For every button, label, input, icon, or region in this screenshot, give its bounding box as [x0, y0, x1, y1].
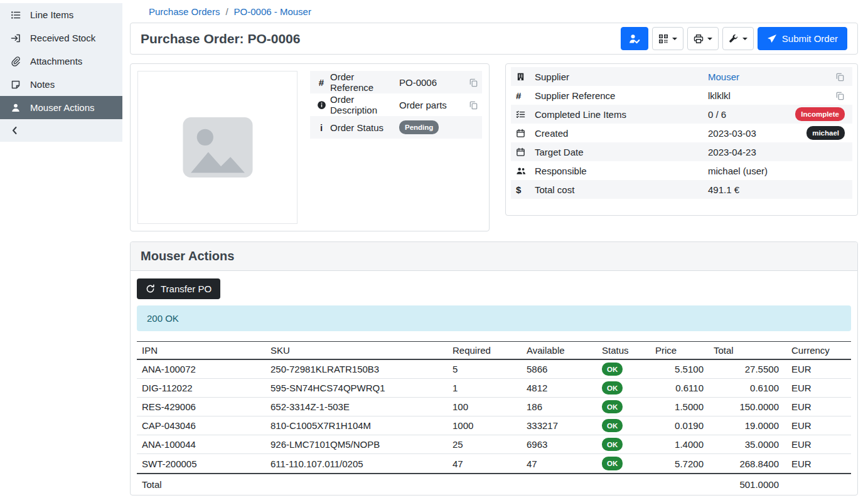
submit-order-button[interactable]: Submit Order	[758, 27, 847, 50]
breadcrumb: Purchase Orders/PO-0006 - Mouser	[149, 6, 858, 17]
table-row: ANA-100072 250-72981KLRATR150B3 5 5866 O…	[137, 359, 851, 379]
cell-price: 0.6110	[650, 379, 709, 398]
supplier-details-panel: Supplier Mouser # Supplier Reference lkl…	[505, 63, 858, 216]
cell-available: 47	[522, 454, 597, 474]
cell-required: 47	[447, 454, 522, 474]
breadcrumb-link-current[interactable]: PO-0006 - Mouser	[234, 6, 311, 17]
sidebar-item-label: Received Stock	[30, 33, 95, 43]
table-row: DIG-112022 595-SN74HCS74QPWRQ1 1 4812 OK…	[137, 379, 851, 398]
status-badge: Pending	[399, 120, 439, 134]
detail-row-completed-line-items: Completed Line Items 0 / 6 Incomplete	[511, 105, 852, 124]
table-row: ANA-100044 926-LMC7101QM5/NOPB 25 6963 O…	[137, 435, 851, 454]
cell-required: 5	[447, 359, 522, 379]
sidebar-item-received-stock[interactable]: Received Stock	[0, 26, 122, 50]
detail-row-responsible: Responsible michael (user)	[511, 161, 852, 180]
detail-value: 0 / 6	[708, 109, 795, 120]
detail-label: Total cost	[535, 184, 708, 195]
table-footer-row: Total 501.0000	[137, 474, 851, 495]
cell-price: 5.5100	[650, 359, 709, 379]
detail-row-total-cost: $ Total cost 491.1 €	[511, 180, 852, 199]
paperclip-icon	[10, 56, 21, 66]
table-row: RES-429006 652-3314Z-1-503E 100 186 OK 1…	[137, 398, 851, 416]
detail-value: Pending	[399, 120, 467, 134]
cell-currency: EUR	[784, 398, 851, 416]
sidebar-item-line-items[interactable]: Line Items	[0, 3, 122, 26]
copy-icon[interactable]	[835, 72, 847, 82]
assign-user-button[interactable]	[621, 27, 648, 50]
cell-ipn: ANA-100072	[137, 359, 265, 379]
status-alert: 200 OK	[137, 305, 851, 331]
detail-label: Target Date	[535, 147, 708, 157]
sidebar-item-notes[interactable]: Notes	[0, 73, 122, 96]
cell-available: 4812	[522, 379, 597, 398]
chevron-left-icon	[10, 125, 20, 135]
copy-icon[interactable]	[467, 78, 480, 87]
ok-badge: OK	[602, 457, 623, 470]
page-header: Purchase Order: PO-0006	[130, 23, 858, 55]
cell-ipn: CAP-043046	[137, 416, 265, 435]
panel-title: Mouser Actions	[131, 242, 857, 271]
main-content: Purchase Orders/PO-0006 - Mouser Purchas…	[122, 0, 868, 498]
detail-value: 2023-03-03	[708, 128, 806, 139]
detail-label: Created	[535, 128, 708, 139]
list-check-icon	[516, 110, 535, 119]
sign-in-icon	[10, 33, 21, 43]
paper-plane-icon	[767, 34, 777, 44]
col-header-required: Required	[447, 342, 522, 360]
cell-total: 35.0000	[709, 435, 784, 454]
detail-value: 491.1 €	[708, 184, 847, 195]
cell-sku: 652-3314Z-1-503E	[265, 398, 447, 416]
detail-label: Supplier Reference	[535, 90, 708, 101]
sidebar-collapse-button[interactable]	[0, 119, 122, 142]
cell-currency: EUR	[784, 435, 851, 454]
cell-ipn: SWT-200005	[137, 454, 265, 474]
note-icon	[10, 80, 21, 90]
user-icon	[10, 103, 21, 113]
col-header-ipn: IPN	[137, 342, 265, 360]
cell-sku: 250-72981KLRATR150B3	[265, 359, 447, 379]
dollar-icon: $	[516, 184, 535, 195]
barcode-menu-button[interactable]	[652, 27, 683, 50]
col-header-available: Available	[522, 342, 597, 360]
sidebar-item-attachments[interactable]: Attachments	[0, 50, 122, 73]
cell-required: 25	[447, 435, 522, 454]
breadcrumb-link-purchase-orders[interactable]: Purchase Orders	[149, 6, 220, 17]
print-menu-button[interactable]	[687, 27, 719, 50]
detail-label: Supplier	[535, 72, 708, 82]
table-row: SWT-200005 611-110.107.011/0205 47 47 OK…	[137, 454, 851, 474]
cell-available: 333217	[522, 416, 597, 435]
detail-value: 2023-04-23	[708, 147, 847, 157]
sidebar-item-mouser-actions[interactable]: Mouser Actions	[0, 96, 122, 119]
copy-icon[interactable]	[835, 91, 847, 100]
detail-label: Completed Line Items	[535, 109, 708, 120]
cell-ipn: DIG-112022	[137, 379, 265, 398]
chevron-down-icon	[672, 38, 677, 40]
mouser-actions-panel: Mouser Actions Transfer PO 200 OK IPN SK…	[130, 241, 858, 495]
cell-required: 1	[447, 379, 522, 398]
tools-menu-button[interactable]	[722, 27, 754, 50]
line-items-table: IPN SKU Required Available Status Price …	[137, 341, 851, 495]
chevron-down-icon	[742, 38, 747, 40]
detail-value: Order parts	[399, 100, 467, 110]
order-details-table: # Order Reference PO-0006 Order Descript…	[310, 71, 482, 224]
sidebar-item-label: Notes	[30, 79, 55, 90]
supplier-link[interactable]: Mouser	[708, 72, 739, 82]
cell-total: 150.0000	[709, 398, 784, 416]
cell-available: 5866	[522, 359, 597, 379]
detail-row-order-description: Order Description Order parts	[310, 93, 482, 116]
cell-total: 27.5500	[709, 359, 784, 379]
header-toolbar: Submit Order	[621, 27, 847, 50]
calendar-icon	[516, 147, 535, 157]
chevron-down-icon	[707, 38, 712, 40]
order-details-panel: # Order Reference PO-0006 Order Descript…	[130, 63, 490, 231]
cell-currency: EUR	[784, 359, 851, 379]
copy-icon[interactable]	[467, 100, 480, 110]
detail-label: Order Reference	[330, 72, 399, 93]
image-icon	[179, 114, 256, 181]
transfer-po-button[interactable]: Transfer PO	[137, 278, 220, 299]
table-header-row: IPN SKU Required Available Status Price …	[137, 342, 851, 360]
sidebar: Line Items Received Stock Attachments No…	[0, 0, 122, 498]
detail-label: Order Description	[330, 94, 399, 115]
footer-total: 501.0000	[709, 474, 784, 495]
refresh-icon	[146, 284, 155, 294]
